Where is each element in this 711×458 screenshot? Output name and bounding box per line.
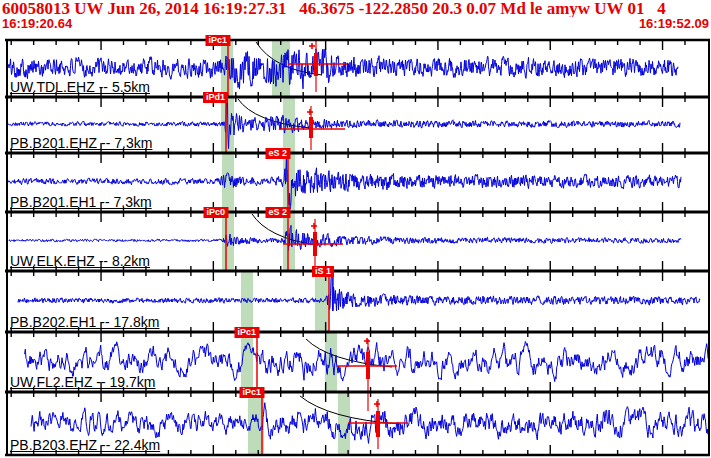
trace-label: UW.FL2.EHZ -- 19.7km <box>10 375 155 390</box>
pick-flag[interactable]: iPd1 <box>203 92 228 103</box>
pick-flag[interactable]: iS 1 <box>312 266 334 277</box>
trace-label: UW.ELK.EHZ -- 8.2km <box>10 254 150 269</box>
pick-flag[interactable]: eS 2 <box>265 207 290 218</box>
pick-flag[interactable]: iPc1 <box>239 387 264 398</box>
seismogram-trace[interactable] <box>18 273 700 311</box>
seismogram-trace[interactable] <box>9 225 681 250</box>
trace-label: PB.B202.EH1 -- 17.8km <box>10 315 159 330</box>
phase-window-band <box>241 332 253 392</box>
pick-flag[interactable]: iPc1 <box>205 35 230 46</box>
pick-flag[interactable]: iPc0 <box>203 207 228 218</box>
pick-flag[interactable]: eS 2 <box>265 148 290 159</box>
trace-label: PB.B201.EH1 -- 7.3km <box>10 195 152 210</box>
trace-label: PB.B201.EHZ -- 7.3km <box>10 136 152 151</box>
pick-flag[interactable]: iPc1 <box>234 327 259 338</box>
trace-label: PB.B203.EHZ -- 22.4km <box>10 438 160 453</box>
trace-label: UW.TDL.EHZ -- 5.5km <box>10 80 150 95</box>
